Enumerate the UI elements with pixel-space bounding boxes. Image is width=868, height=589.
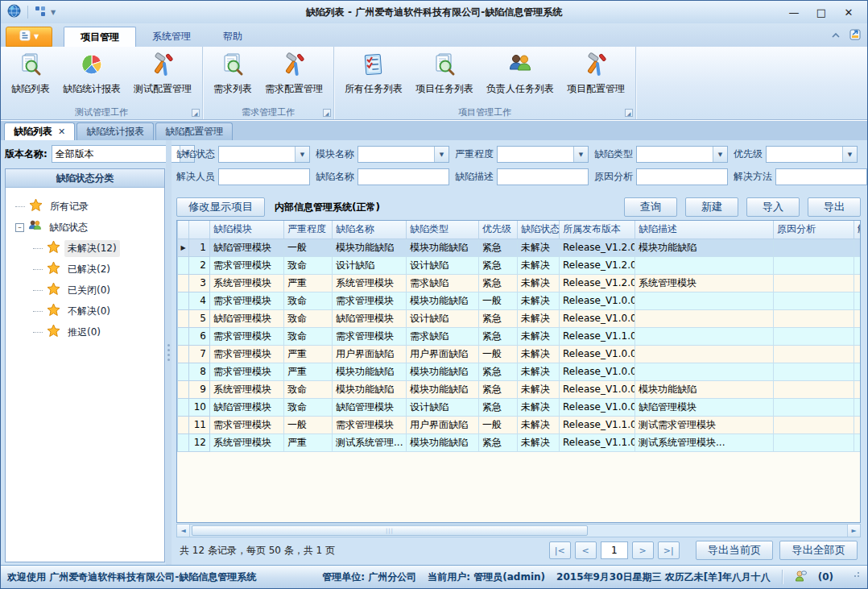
filter-text-input[interactable] xyxy=(637,172,727,183)
first-page-button[interactable]: |< xyxy=(549,541,571,559)
last-page-button[interactable]: >| xyxy=(658,541,680,559)
close-button[interactable]: ✕ xyxy=(837,3,861,21)
ribbon-item[interactable]: 负责人任务列表 xyxy=(481,50,560,98)
table-row[interactable]: 4需求管理模块致命需求管理模块模块功能缺陷一般未解决Release_V1.0.0 xyxy=(178,292,862,309)
filter-input[interactable] xyxy=(636,168,728,185)
layout-squares-icon[interactable] xyxy=(35,6,46,19)
column-header[interactable]: 缺陷状态 xyxy=(518,221,560,239)
minimize-button[interactable]: — xyxy=(782,3,806,21)
version-input[interactable] xyxy=(52,148,180,160)
ribbon-tab[interactable]: 系统管理 xyxy=(136,27,207,47)
column-header[interactable]: 缺陷描述 xyxy=(635,221,774,239)
column-header[interactable]: 原因分析 xyxy=(774,221,854,239)
filter-text-input[interactable] xyxy=(776,172,866,183)
app-globe-icon[interactable] xyxy=(7,4,21,20)
column-header[interactable]: 缺陷模块 xyxy=(210,221,284,239)
document-tab[interactable]: 缺陷配置管理 xyxy=(155,122,233,140)
tree-item[interactable]: 未解决(12) xyxy=(9,238,161,259)
filter-combobox[interactable]: ▼ xyxy=(497,146,589,163)
chevron-down-icon[interactable]: ▼ xyxy=(434,147,448,162)
scroll-left-icon[interactable]: ◄ xyxy=(177,525,190,537)
collapse-ribbon-icon[interactable] xyxy=(831,30,841,41)
prev-page-button[interactable]: < xyxy=(575,541,597,559)
scroll-right-icon[interactable]: ► xyxy=(847,525,860,537)
filter-text-input[interactable] xyxy=(637,149,713,160)
filter-input[interactable] xyxy=(358,168,449,185)
column-header[interactable]: 严重程度 xyxy=(284,221,333,239)
grid-action-button[interactable]: 导入 xyxy=(746,197,800,217)
tree-item[interactable]: 已关闭(0) xyxy=(9,280,161,301)
modify-columns-button[interactable]: 修改显示项目 xyxy=(176,197,265,217)
table-row[interactable]: 5缺陷管理模块致命缺陷管理模块设计缺陷紧急未解决Release_V1.0.0 xyxy=(178,309,862,327)
column-header[interactable]: 所属发布版本 xyxy=(560,221,635,239)
tree-item[interactable]: 所有记录 xyxy=(9,196,161,217)
table-row[interactable]: 8需求管理模块严重模块功能缺陷模块功能缺陷紧急未解决Release_V1.0.0 xyxy=(178,363,862,380)
maximize-button[interactable]: □ xyxy=(809,3,833,21)
page-number-input[interactable] xyxy=(601,541,628,559)
dialog-launcher-icon[interactable]: ◢ xyxy=(323,109,331,117)
table-row[interactable]: 7需求管理模块严重用户界面缺陷用户界面缺陷一般未解决Release_V1.0.0 xyxy=(178,345,862,363)
collapse-node-icon[interactable]: – xyxy=(15,223,24,232)
table-row[interactable]: 11需求管理模块一般需求管理模块用户界面缺陷一般未解决Release_V1.1.… xyxy=(178,416,862,433)
chevron-down-icon[interactable]: ▼ xyxy=(51,9,56,16)
tree-item[interactable]: 不解决(0) xyxy=(9,301,161,321)
export-all-pages-button[interactable]: 导出全部页 xyxy=(779,541,858,560)
grid-action-button[interactable]: 新建 xyxy=(685,197,738,217)
close-tab-icon[interactable]: ✕ xyxy=(58,127,65,137)
grid-action-button[interactable]: 查询 xyxy=(624,197,677,217)
filter-text-input[interactable] xyxy=(767,149,842,160)
grid-action-button[interactable]: 导出 xyxy=(808,197,861,217)
table-row[interactable]: 12系统管理模块严重测试系统管理...模块功能缺陷紧急未解决Release_V1… xyxy=(178,433,862,451)
filter-text-input[interactable] xyxy=(219,172,309,183)
filter-text-input[interactable] xyxy=(219,149,295,160)
table-row[interactable]: ▶1缺陷管理模块一般模块功能缺陷模块功能缺陷紧急未解决Release_V1.2.… xyxy=(178,239,862,256)
document-tab[interactable]: 缺陷统计报表 xyxy=(76,122,154,140)
ribbon-item[interactable]: 测试配置管理 xyxy=(128,50,197,98)
ribbon-item[interactable]: 项目任务列表 xyxy=(410,50,479,98)
panel-splitter[interactable] xyxy=(166,140,172,565)
user-message-icon[interactable] xyxy=(794,570,807,585)
filter-combobox[interactable]: ▼ xyxy=(636,146,728,163)
table-row[interactable]: 9系统管理模块致命模块功能缺陷模块功能缺陷紧急未解决Release_V1.0.0… xyxy=(178,380,862,398)
dialog-launcher-icon[interactable]: ◢ xyxy=(625,109,633,117)
chevron-down-icon[interactable]: ▼ xyxy=(713,147,727,162)
filter-input[interactable] xyxy=(775,168,867,185)
ribbon-item[interactable]: 项目配置管理 xyxy=(561,50,630,98)
table-row[interactable]: 3系统管理模块严重系统管理模块需求缺陷紧急未解决Release_V1.2.0系统… xyxy=(178,274,862,292)
resize-grip[interactable] xyxy=(851,572,861,582)
chevron-down-icon[interactable]: ▼ xyxy=(573,147,588,162)
document-tab[interactable]: 缺陷列表✕ xyxy=(4,122,75,140)
tree-item[interactable]: 已解决(2) xyxy=(9,259,161,280)
ribbon-item[interactable]: 缺陷列表 xyxy=(6,50,56,98)
help-icon[interactable] xyxy=(849,27,862,44)
next-page-button[interactable]: > xyxy=(632,541,654,559)
ribbon-item[interactable]: 缺陷统计报表 xyxy=(57,50,126,98)
ribbon-tab[interactable]: 项目管理 xyxy=(64,27,136,47)
table-row[interactable]: 2需求管理模块致命设计缺陷设计缺陷紧急未解决Release_V1.2.0 xyxy=(178,256,862,274)
column-header[interactable]: 缺陷类型 xyxy=(407,221,479,239)
ribbon-item[interactable]: 需求配置管理 xyxy=(259,50,329,98)
horizontal-scrollbar[interactable]: ◄ ||| ► xyxy=(176,524,861,537)
column-header[interactable]: 缺陷名称 xyxy=(333,221,407,239)
filter-text-input[interactable] xyxy=(358,172,448,183)
ribbon-item[interactable]: 所有任务列表 xyxy=(339,50,408,98)
tree-item[interactable]: –缺陷状态 xyxy=(9,217,161,238)
column-header[interactable]: 优先级 xyxy=(479,221,518,239)
chevron-down-icon[interactable]: ▼ xyxy=(295,147,309,162)
application-menu-button[interactable]: ▼ xyxy=(6,27,52,47)
ribbon-item[interactable]: 需求列表 xyxy=(208,50,258,98)
filter-input[interactable] xyxy=(218,168,310,185)
filter-text-input[interactable] xyxy=(498,149,573,160)
scrollbar-thumb[interactable]: ||| xyxy=(192,525,588,536)
filter-combobox[interactable]: ▼ xyxy=(218,146,310,163)
filter-combobox[interactable]: ▼ xyxy=(358,146,449,163)
table-row[interactable]: 6需求管理模块致命需求管理模块需求缺陷紧急未解决Release_V1.1.0 xyxy=(178,327,862,345)
dialog-launcher-icon[interactable]: ◢ xyxy=(192,109,200,117)
filter-text-input[interactable] xyxy=(358,149,434,160)
column-header[interactable]: 解决方法 xyxy=(854,221,862,239)
filter-combobox[interactable]: ▼ xyxy=(766,146,858,163)
table-row[interactable]: 10缺陷管理模块致命缺陷管理模块设计缺陷紧急未解决Release_V1.0.0缺… xyxy=(178,398,862,416)
export-current-page-button[interactable]: 导出当前页 xyxy=(696,541,774,560)
chevron-down-icon[interactable]: ▼ xyxy=(842,147,857,162)
filter-input[interactable] xyxy=(497,168,589,185)
